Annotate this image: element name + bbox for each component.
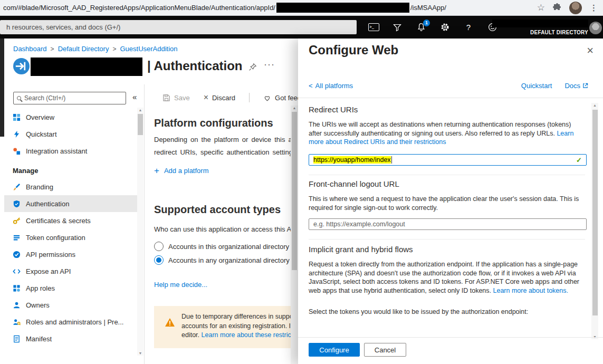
app-roles-icon xyxy=(13,284,21,292)
sidebar-item-manifest[interactable]: Manifest xyxy=(4,330,137,347)
docs-link[interactable]: Docs xyxy=(564,82,588,90)
save-floppy-icon xyxy=(162,94,170,102)
sidebar-item-authentication[interactable]: Authentication xyxy=(4,195,137,212)
account-option-multi-tenant[interactable]: Accounts in any organizational directory… xyxy=(154,255,298,265)
scroll-up-icon[interactable]: ▲ xyxy=(291,106,298,110)
sidebar-item-overview[interactable]: Overview xyxy=(4,109,137,126)
owners-person-icon xyxy=(13,301,21,309)
key-icon xyxy=(13,217,21,225)
redacted-account-name xyxy=(492,20,588,27)
sidebar-item-branding[interactable]: Branding xyxy=(4,178,137,195)
supported-account-types-title: Supported account types xyxy=(154,204,281,216)
notifications-bell-icon[interactable]: 1 xyxy=(415,22,427,33)
account-avatar[interactable] xyxy=(589,22,602,34)
sidebar-item-api-permissions[interactable]: API permissions xyxy=(4,246,137,263)
panel-scrollbar[interactable]: ▲ ▼ xyxy=(591,103,598,339)
sidebar-search-input[interactable] xyxy=(24,94,122,102)
discard-button[interactable]: × Discard xyxy=(204,93,235,102)
scrollbar-thumb[interactable] xyxy=(292,112,297,270)
token-configuration-icon xyxy=(13,234,21,242)
logout-url-input[interactable] xyxy=(309,218,587,230)
scrollbar-thumb[interactable] xyxy=(592,110,598,315)
scrollbar-thumb[interactable] xyxy=(138,114,143,135)
pin-icon[interactable] xyxy=(248,63,257,73)
page-title: | Authentication xyxy=(147,59,242,73)
sidebar-scrollbar[interactable]: ▲ ▼ xyxy=(137,108,143,356)
panel-nav: < All platforms Quickstart Docs xyxy=(309,82,588,90)
help-icon[interactable]: ? xyxy=(463,22,474,33)
redirect-uri-value: https://youapp/home/index xyxy=(313,156,391,164)
main-scrollbar[interactable]: ▲ xyxy=(291,106,298,364)
sidebar-item-quickstart[interactable]: Quickstart xyxy=(4,126,137,142)
panel-title: Configure Web xyxy=(309,43,398,58)
cancel-button[interactable]: Cancel xyxy=(364,343,406,357)
sidebar-item-token-configuration[interactable]: Token configuration xyxy=(4,229,137,246)
breadcrumb: Dashboard>Default Directory>GuestUserAdd… xyxy=(13,45,178,53)
sidebar-item-app-roles[interactable]: App roles xyxy=(4,280,137,296)
overview-icon xyxy=(13,113,21,121)
scroll-up-icon[interactable]: ▲ xyxy=(591,103,598,107)
directory-label: DEFAULT DIRECTORY xyxy=(530,30,588,35)
notification-badge: 1 xyxy=(423,20,430,26)
sidebar: « ▲ ▼ Overview Quickstart Integration as… xyxy=(4,84,145,364)
url-prefix: com/#blade/Microsoft_AAD_RegisteredApps/… xyxy=(3,4,275,12)
sidebar-item-roles-administrators[interactable]: Roles and administrators | Pre... xyxy=(4,313,137,330)
browser-menu-icon[interactable]: ⋮ xyxy=(590,3,598,13)
learn-more-tokens-link[interactable]: Learn more about tokens. xyxy=(493,287,568,294)
account-option-single-tenant[interactable]: Accounts in this organizational director… xyxy=(154,242,295,251)
external-link-icon xyxy=(582,83,588,89)
search-icon xyxy=(17,96,21,100)
authentication-icon xyxy=(13,200,21,208)
configure-web-panel: × Configure Web < All platforms Quicksta… xyxy=(298,39,603,364)
breadcrumb-directory[interactable]: Default Directory xyxy=(58,45,109,53)
close-icon[interactable]: × xyxy=(587,44,594,58)
browser-profile-avatar[interactable] xyxy=(569,2,582,14)
save-button[interactable]: Save xyxy=(162,94,190,102)
breadcrumb-app[interactable]: GuestUserAddition xyxy=(120,45,177,53)
sidebar-item-certificates-secrets[interactable]: Certificates & secrets xyxy=(4,212,137,229)
redirect-uris-title: Redirect URIs xyxy=(309,105,358,114)
section-divider xyxy=(309,239,585,240)
section-divider xyxy=(309,175,585,175)
configure-button[interactable]: Configure xyxy=(309,343,360,357)
cloud-shell-icon[interactable]: >_ xyxy=(368,22,379,33)
portal-search-input[interactable]: h resources, services, and docs (G+/) xyxy=(0,20,357,34)
bookmark-star-icon[interactable]: ☆ xyxy=(537,3,545,12)
branding-icon xyxy=(13,183,21,191)
redirect-uri-input[interactable]: https://youapp/home/index ✓ xyxy=(309,154,587,166)
extensions-puzzle-icon[interactable] xyxy=(553,3,561,13)
help-me-decide-link[interactable]: Help me decide... xyxy=(154,281,207,289)
directory-filter-icon[interactable] xyxy=(391,22,403,33)
scroll-down-icon[interactable]: ▼ xyxy=(137,351,143,355)
more-options-icon[interactable]: ··· xyxy=(264,59,275,70)
quickstart-link[interactable]: Quickstart xyxy=(521,82,552,90)
collapse-sidebar-button[interactable]: « xyxy=(132,92,137,101)
all-platforms-back-link[interactable]: < All platforms xyxy=(309,82,353,90)
scroll-up-icon[interactable]: ▲ xyxy=(137,108,143,112)
warning-text: Due to temporary differences in supporte… xyxy=(181,312,307,340)
add-platform-button[interactable]: + Add a platform xyxy=(154,166,208,175)
discard-x-icon: × xyxy=(204,93,208,102)
breadcrumb-separator: > xyxy=(51,45,54,53)
settings-gear-icon[interactable] xyxy=(439,22,451,33)
topbar-icons: >_ 1 ? xyxy=(368,16,498,39)
front-channel-logout-desc: This is where we send a request to have … xyxy=(309,195,586,212)
app-logo-icon xyxy=(13,58,30,76)
platform-desc-line1: Depending on the platform or device this… xyxy=(154,136,296,143)
radio-selected-icon[interactable] xyxy=(154,255,164,265)
implicit-grant-title: Implicit grant and hybrid flows xyxy=(309,245,413,254)
address-bar[interactable]: com/#blade/Microsoft_AAD_RegisteredApps/… xyxy=(3,3,530,13)
sidebar-item-owners[interactable]: Owners xyxy=(4,296,137,313)
panel-divider xyxy=(298,98,603,98)
plus-icon: + xyxy=(154,166,159,175)
platform-desc-line2: redirect URIs, specific authentication s… xyxy=(154,148,305,156)
sidebar-item-expose-api[interactable]: Expose an API xyxy=(4,263,137,280)
sidebar-menu: Overview Quickstart Integration assistan… xyxy=(4,109,137,347)
select-tokens-text: Select the tokens you would like to be i… xyxy=(309,308,586,317)
expose-api-icon xyxy=(13,267,21,275)
breadcrumb-dashboard[interactable]: Dashboard xyxy=(13,45,47,53)
browser-actions: ☆ ⋮ xyxy=(537,2,598,14)
radio-unselected-icon[interactable] xyxy=(154,242,164,251)
sidebar-item-integration-assistant[interactable]: Integration assistant xyxy=(4,142,137,159)
valid-check-icon: ✓ xyxy=(576,156,582,164)
